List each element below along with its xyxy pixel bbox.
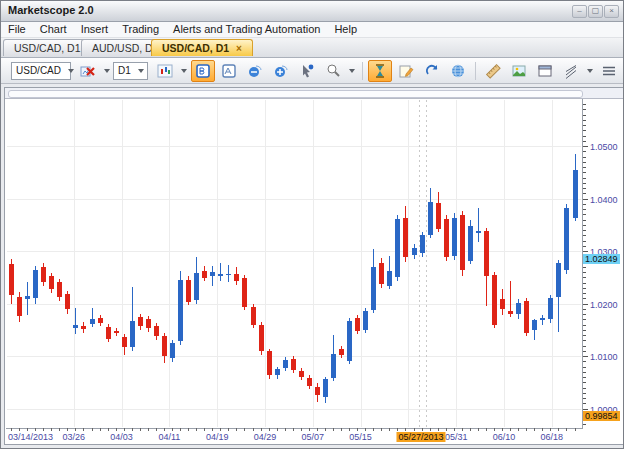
candle-body	[468, 226, 473, 260]
candle-body	[57, 282, 62, 297]
chart-tab-strip: USD/CAD, D1 AUD/USD, D1 USD/CAD, D1×	[1, 38, 623, 58]
price-axis-tick	[583, 330, 586, 331]
candle-body	[436, 203, 441, 228]
time-axis-tick	[156, 428, 157, 431]
candle-body	[508, 311, 513, 314]
time-axis-tick	[510, 428, 511, 431]
chevron-down-icon[interactable]	[104, 69, 110, 73]
time-axis-tick	[35, 428, 36, 431]
timeframe-select[interactable]: D1	[113, 62, 148, 80]
menu-bar: File Chart Insert Trading Alerts and Tra…	[1, 22, 623, 38]
price-axis-tick	[583, 104, 586, 105]
candle-body	[49, 276, 54, 290]
menu-chart[interactable]: Chart	[33, 22, 74, 37]
time-axis[interactable]: 03/14/201303/2604/0304/1104/1904/2905/07…	[7, 428, 583, 443]
restore-button[interactable]: ▢	[588, 5, 603, 18]
candle-body	[387, 271, 392, 286]
ask-view-button[interactable]	[217, 60, 241, 82]
chevron-down-icon[interactable]	[349, 69, 355, 73]
price-axis-label: 1.0400	[590, 195, 618, 205]
price-axis[interactable]: 1.05001.04001.03001.02001.01001.00001.02…	[583, 100, 622, 428]
time-axis-tick	[92, 428, 93, 431]
time-axis-tick	[11, 428, 12, 431]
time-axis-tick	[148, 428, 149, 431]
scrollbar-thumb[interactable]	[8, 90, 583, 98]
candle-body	[540, 318, 545, 321]
magnifier-icon[interactable]	[321, 60, 345, 82]
price-axis-tick	[583, 251, 588, 252]
window-icon[interactable]	[533, 60, 557, 82]
time-axis-tick	[454, 428, 455, 431]
tab-close-icon[interactable]: ×	[236, 40, 242, 57]
candle-wick	[478, 208, 479, 242]
time-axis-tick	[422, 428, 423, 431]
v-gridline	[456, 100, 457, 427]
chevron-down-icon[interactable]	[181, 69, 187, 73]
price-axis-tick	[583, 230, 586, 231]
candle-body	[331, 354, 336, 378]
price-axis-tick	[583, 125, 586, 126]
chevron-down-icon[interactable]	[587, 69, 593, 73]
note-icon[interactable]	[394, 60, 418, 82]
chart-type-icon[interactable]	[153, 60, 177, 82]
chevron-down-icon	[68, 69, 74, 73]
candle-body	[73, 325, 78, 329]
time-axis-tick	[309, 428, 310, 431]
menu-file[interactable]: File	[1, 22, 33, 37]
web-icon[interactable]	[446, 60, 470, 82]
menu-trading[interactable]: Trading	[115, 22, 166, 37]
zoom-in-icon[interactable]	[269, 60, 293, 82]
menu-insert[interactable]: Insert	[74, 22, 116, 37]
time-axis-label: 04/11	[158, 432, 180, 442]
candle-body	[307, 378, 312, 385]
tab-usdcad-d1-active[interactable]: USD/CAD, D1×	[151, 39, 253, 56]
h-gridline	[7, 356, 581, 357]
candle-body	[210, 272, 215, 276]
close-symbol-icon[interactable]	[76, 60, 100, 82]
menu-help[interactable]: Help	[327, 22, 364, 37]
symbol-select[interactable]: USD/CAD	[11, 62, 71, 80]
menu-alerts-automation[interactable]: Alerts and Trading Automation	[166, 22, 327, 37]
bid-view-button[interactable]	[191, 60, 215, 82]
candle-body	[251, 307, 256, 325]
refresh-icon[interactable]	[420, 60, 444, 82]
toolbar-separator	[475, 62, 476, 80]
time-axis-tick	[389, 428, 390, 431]
price-axis-tick	[583, 335, 586, 336]
time-axis-tick	[333, 428, 334, 431]
price-axis-tick	[583, 409, 588, 410]
image-icon[interactable]	[507, 60, 531, 82]
candle-body	[138, 317, 143, 326]
horizontal-lines-icon[interactable]	[597, 60, 621, 82]
time-axis-tick	[83, 428, 84, 431]
time-axis-tick	[478, 428, 479, 431]
time-sessions-button[interactable]	[368, 60, 392, 82]
zoom-out-icon[interactable]	[243, 60, 267, 82]
candle-body	[275, 369, 280, 375]
tab-usdcad-d1[interactable]: USD/CAD, D1	[3, 39, 92, 56]
minimize-button[interactable]: –	[572, 5, 587, 18]
ruler-icon[interactable]	[481, 60, 505, 82]
time-axis-tick	[542, 428, 543, 431]
time-axis-tick	[293, 428, 294, 431]
price-axis-tick	[583, 193, 586, 194]
price-chart-canvas[interactable]	[7, 100, 581, 427]
time-axis-tick	[124, 428, 125, 431]
current-bid-price-label: 1.02849	[583, 254, 620, 264]
time-axis-tick	[518, 428, 519, 431]
close-button[interactable]: ×	[604, 5, 619, 18]
candle-body	[548, 298, 553, 319]
candle-body	[460, 215, 465, 270]
candle-body	[33, 270, 38, 298]
time-axis-tick	[269, 428, 270, 431]
fibonacci-icon[interactable]	[559, 60, 583, 82]
pointer-icon[interactable]	[295, 60, 319, 82]
time-axis-tick	[301, 428, 302, 431]
candle-body	[395, 219, 400, 277]
time-axis-tick	[188, 428, 189, 431]
candle-body	[154, 326, 159, 336]
price-axis-tick	[583, 109, 586, 110]
time-axis-tick	[164, 428, 165, 431]
price-axis-tick	[583, 314, 586, 315]
chart-scroll-strip[interactable]	[5, 88, 623, 99]
